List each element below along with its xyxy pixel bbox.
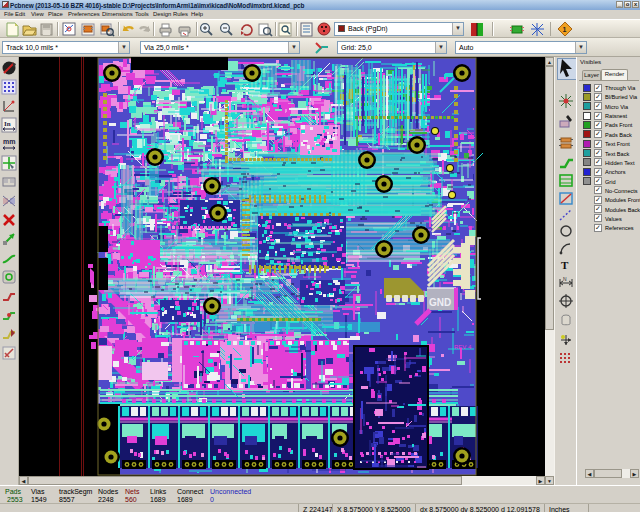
svg-text:In: In: [4, 120, 11, 128]
svg-text:GND: GND: [429, 297, 451, 308]
svg-text:REV 4: REV 4: [454, 344, 472, 350]
svg-text:mm: mm: [3, 138, 15, 145]
svg-text:T: T: [561, 259, 569, 271]
svg-text:N: N: [563, 276, 567, 282]
svg-text:1: 1: [563, 26, 567, 33]
